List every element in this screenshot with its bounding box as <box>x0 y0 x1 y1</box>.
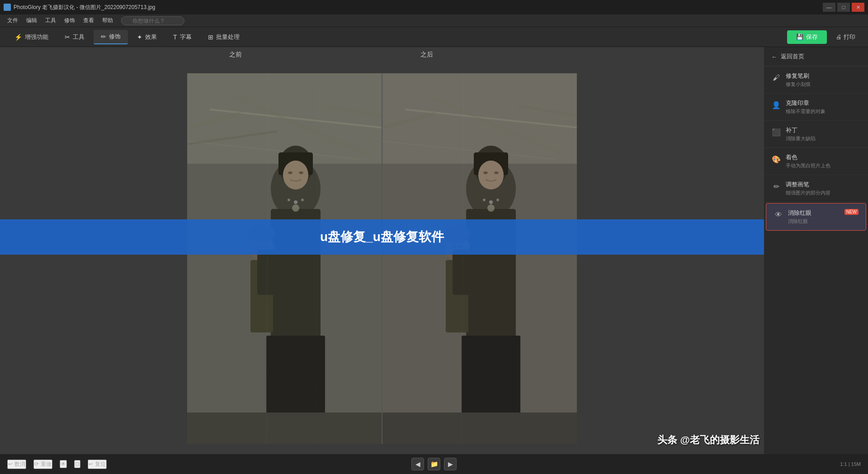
maximize-button[interactable]: □ <box>837 3 850 12</box>
remove-redeye-subtitle: 消除红眼 <box>788 218 811 225</box>
retouch-label: 修饰 <box>109 33 121 41</box>
svg-point-55 <box>494 171 499 174</box>
prev-image-button[interactable]: ◀ <box>411 458 424 470</box>
undo-icon: ↩ <box>8 461 13 467</box>
before-photo <box>187 73 382 444</box>
svg-point-26 <box>288 171 292 174</box>
panel-item-repair-brush[interactable]: 🖌修复笔刷修复小划痕 <box>764 66 868 94</box>
promotional-banner: u盘修复_u盘修复软件 <box>0 219 764 255</box>
statusbar: ↩ 数消 ⟳ 重做 👁 ⊡ ↩ 复位 ◀ 📁 ▶ 1:1 | 15M <box>0 454 868 474</box>
redo-step-label: 重做 <box>41 460 52 468</box>
redo-step-button[interactable]: ⟳ 重做 <box>33 460 52 469</box>
print-button[interactable]: 🖨 打印 <box>830 30 861 44</box>
colorize-text: 着色手动为黑白照片上色 <box>786 153 830 169</box>
text-btn[interactable]: T 字幕 <box>166 30 199 44</box>
clone-stamp-text: 克隆印章移除不需要的对象 <box>786 99 826 115</box>
panel-item-remove-redeye[interactable]: 👁消除红眼消除红眼NEW <box>766 203 866 231</box>
effects-label: 效果 <box>145 33 157 41</box>
remove-redeye-text: 消除红眼消除红眼 <box>788 209 811 225</box>
svg-point-51 <box>483 199 486 201</box>
tools-icon: ✂ <box>65 33 70 41</box>
open-folder-button[interactable]: 📁 <box>428 458 440 470</box>
save-button[interactable]: 💾 保存 <box>787 30 827 44</box>
window-controls: — □ ✕ <box>823 3 864 12</box>
menu-tools[interactable]: 工具 <box>42 15 60 26</box>
enhance-label: 增强功能 <box>25 33 48 41</box>
titlebar: PhotoGlory 老飞摄影汉化 - 微信图片_20220907205713.… <box>0 0 868 14</box>
adjustment-brush-text: 调整画笔细强图片的部分内容 <box>786 180 830 196</box>
colorize-title: 着色 <box>786 153 830 161</box>
svg-rect-17 <box>187 73 382 444</box>
patch-subtitle: 消除重大缺陷 <box>786 135 816 142</box>
close-button[interactable]: ✕ <box>852 3 864 12</box>
view-icon: 👁 <box>61 461 66 467</box>
retouch-btn[interactable]: ✏ 修饰 <box>94 30 128 44</box>
text-label: 字幕 <box>180 33 192 41</box>
right-panel: ← 返回首页 🖌修复笔刷修复小划痕👤克隆印章移除不需要的对象⬛补丁消除重大缺陷🎨… <box>764 47 868 454</box>
minimize-button[interactable]: — <box>823 3 835 12</box>
repair-brush-title: 修复笔刷 <box>786 72 811 80</box>
remove-redeye-title: 消除红眼 <box>788 209 811 217</box>
before-label: 之前 <box>229 51 242 59</box>
back-icon: ← <box>771 53 777 60</box>
svg-point-22 <box>288 199 290 201</box>
panel-item-colorize[interactable]: 🎨着色手动为黑白照片上色 <box>764 148 868 175</box>
tools-label: 工具 <box>73 33 85 41</box>
clone-stamp-title: 克隆印章 <box>786 99 826 107</box>
search-wrapper: 🔍 <box>118 16 184 25</box>
menu-view[interactable]: 查看 <box>80 15 98 26</box>
before-after-bar: 之前 之后 <box>0 47 764 63</box>
patch-icon: ⬛ <box>771 127 781 137</box>
redo-button[interactable]: ↩ 复位 <box>88 460 107 469</box>
redo-icon: ↩ <box>89 461 93 467</box>
svg-point-49 <box>489 200 493 204</box>
tools-btn[interactable]: ✂ 工具 <box>57 30 92 44</box>
menu-file[interactable]: 文件 <box>4 15 22 26</box>
remove-redeye-icon: 👁 <box>774 210 783 220</box>
panel-item-clone-stamp[interactable]: 👤克隆印章移除不需要的对象 <box>764 94 868 121</box>
search-input[interactable] <box>121 16 184 25</box>
menubar: 文件 编辑 工具 修饰 查看 帮助 🔍 <box>0 14 868 27</box>
svg-point-21 <box>301 199 304 201</box>
zoom-level: 1:1 <box>840 461 847 467</box>
compare-button[interactable]: ⊡ <box>74 460 80 468</box>
save-label: 保存 <box>806 33 818 41</box>
patch-text: 补丁消除重大缺陷 <box>786 126 816 142</box>
svg-point-20 <box>294 200 297 204</box>
undo-button[interactable]: ↩ 数消 <box>7 460 26 469</box>
clone-stamp-subtitle: 移除不需要的对象 <box>786 108 826 115</box>
app-icon <box>4 4 11 11</box>
panel-item-adjustment-brush[interactable]: ✏调整画笔细强图片的部分内容 <box>764 175 868 202</box>
view-button[interactable]: 👁 <box>60 460 67 468</box>
next-image-button[interactable]: ▶ <box>444 458 457 470</box>
panel-item-patch[interactable]: ⬛补丁消除重大缺陷 <box>764 121 868 148</box>
banner-text: u盘修复_u盘修复软件 <box>320 230 444 244</box>
window-title: PhotoGlory 老飞摄影汉化 - 微信图片_20220907205713.… <box>14 4 823 11</box>
after-photo <box>382 73 577 444</box>
repair-brush-text: 修复笔刷修复小划痕 <box>786 72 811 88</box>
enhance-icon: ⚡ <box>14 33 22 41</box>
print-label: 打印 <box>844 33 855 40</box>
save-icon: 💾 <box>796 33 803 40</box>
back-home-button[interactable]: ← 返回首页 <box>764 47 868 66</box>
remove-redeye-new-badge: NEW <box>844 209 859 215</box>
file-size: | 15M <box>849 461 861 467</box>
text-icon: T <box>173 33 177 41</box>
batch-btn[interactable]: ⊞ 批量处理 <box>201 30 247 44</box>
undo-label: 数消 <box>14 460 25 468</box>
menu-retouch[interactable]: 修饰 <box>61 15 79 26</box>
status-info: 1:1 | 15M <box>840 461 861 467</box>
batch-icon: ⊞ <box>208 33 213 41</box>
effects-btn[interactable]: ✦ 效果 <box>130 30 164 44</box>
menu-edit[interactable]: 编辑 <box>23 15 41 26</box>
menu-help[interactable]: 帮助 <box>99 15 117 26</box>
adjustment-brush-subtitle: 细强图片的部分内容 <box>786 190 830 196</box>
colorize-subtitle: 手动为黑白照片上色 <box>786 162 830 169</box>
after-label: 之后 <box>420 51 433 59</box>
svg-point-27 <box>299 171 303 174</box>
enhance-btn[interactable]: ⚡ 增强功能 <box>7 30 56 44</box>
image-area <box>0 63 764 454</box>
redo-step-icon: ⟳ <box>34 461 39 467</box>
clone-stamp-icon: 👤 <box>771 100 781 110</box>
watermark: 头条 @老飞的摄影生活 <box>657 433 760 447</box>
